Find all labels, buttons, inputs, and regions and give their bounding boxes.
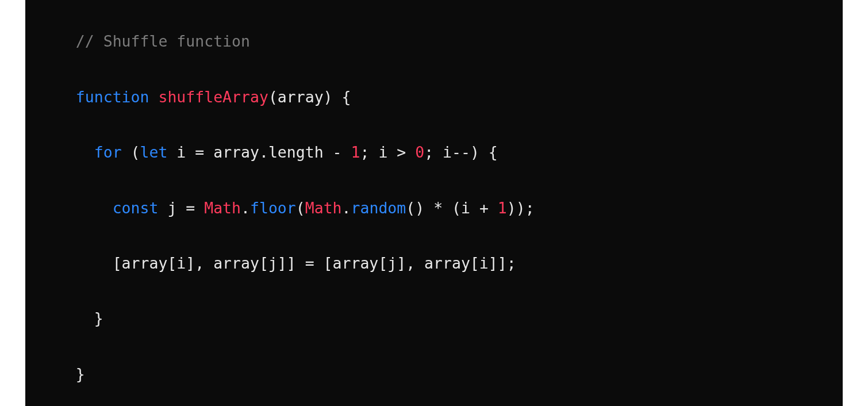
- swap-expression: [array[i], array[j]] = [array[j], array[…: [113, 254, 516, 272]
- code-line: [array[i], array[j]] = [array[j], array[…: [39, 250, 829, 277]
- code-comment: // Shuffle function: [76, 32, 250, 50]
- keyword-for: for: [94, 143, 122, 161]
- builtin-math: Math: [305, 199, 342, 217]
- keyword-const: const: [113, 199, 159, 217]
- code-line: for (let i = array.length - 1; i > 0; i-…: [39, 139, 829, 166]
- keyword-function: function: [76, 88, 149, 106]
- code-line: }: [39, 361, 829, 388]
- code-line: function shuffleArray(array) {: [39, 83, 829, 111]
- builtin-math: Math: [204, 199, 241, 217]
- number-literal: 1: [351, 143, 360, 161]
- number-literal: 1: [498, 199, 507, 217]
- keyword-let: let: [140, 143, 168, 161]
- code-line: // Shuffle function: [39, 28, 829, 55]
- method-floor: floor: [250, 199, 296, 217]
- document-page: // Shuffle function function shuffleArra…: [0, 0, 868, 406]
- function-name: shuffleArray: [158, 88, 268, 106]
- code-block: // Shuffle function function shuffleArra…: [25, 0, 843, 406]
- method-random: random: [351, 199, 406, 217]
- code-line: const j = Math.floor(Math.random() * (i …: [39, 194, 829, 222]
- code-line: }: [39, 305, 829, 332]
- number-literal: 0: [415, 143, 424, 161]
